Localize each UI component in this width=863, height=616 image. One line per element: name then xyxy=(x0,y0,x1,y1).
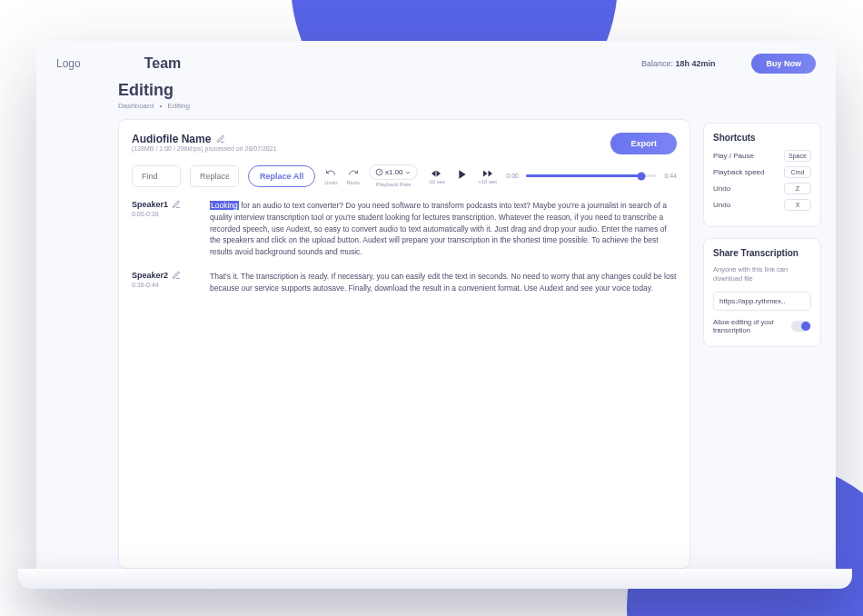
speaker-name[interactable]: Speaker2 xyxy=(132,271,168,280)
segment-timestamp: 0:38-0:44 xyxy=(132,282,186,288)
share-title: Share Transcription xyxy=(713,248,811,258)
transcript-segment: Speaker1 0:00-0:38 Looking for an audio … xyxy=(132,200,677,258)
app-window: Logo Team Balance: 18h 42min Buy Now Edi… xyxy=(36,41,836,580)
undo-button[interactable]: Undo xyxy=(324,167,337,185)
rate-value: x1.00 xyxy=(385,168,403,176)
replace-all-button[interactable]: Replace All xyxy=(248,165,315,187)
shortcuts-title: Shortcuts xyxy=(713,133,811,143)
rewind-10-button[interactable]: -10 sec xyxy=(427,168,445,184)
balance-display: Balance: 18h 42min xyxy=(641,59,716,68)
share-card: Share Transcription Anyone with this lin… xyxy=(703,238,821,347)
page-title: Editing xyxy=(118,81,690,100)
shortcut-label: Undo xyxy=(713,184,730,193)
shortcut-label: Play / Pause xyxy=(713,152,754,160)
play-icon xyxy=(454,167,469,182)
shortcuts-card: Shortcuts Play / Pause Space Playback sp… xyxy=(703,123,821,227)
speaker-name[interactable]: Speaker1 xyxy=(132,200,168,209)
find-input[interactable] xyxy=(132,165,181,187)
shortcut-key: Z xyxy=(784,183,811,194)
shortcut-key: Space xyxy=(784,150,811,162)
search-highlight: Looking xyxy=(210,201,239,210)
segment-text[interactable]: Looking for an audio to text converter? … xyxy=(210,200,677,258)
seek-thumb[interactable] xyxy=(638,172,646,180)
shortcut-row: Playback speed Cmd xyxy=(713,166,811,178)
allow-editing-label: Allow editing of your transcription xyxy=(713,318,786,336)
share-link-input[interactable] xyxy=(713,292,811,311)
shortcut-label: Undo xyxy=(713,201,730,209)
balance-label: Balance: xyxy=(641,59,673,68)
redo-button[interactable]: Redo xyxy=(347,167,360,185)
pencil-icon[interactable] xyxy=(216,134,225,144)
undo-icon xyxy=(325,167,336,178)
shortcut-label: Playback speed xyxy=(713,168,764,176)
shortcut-key: Cmd xyxy=(784,166,811,178)
allow-editing-toggle[interactable] xyxy=(791,321,811,332)
redo-label: Redo xyxy=(347,180,360,185)
undo-label: Undo xyxy=(324,180,337,185)
time-total: 0:44 xyxy=(664,173,677,179)
playback-rate-select[interactable]: x1.00 xyxy=(369,164,419,180)
shortcut-row: Undo Z xyxy=(713,183,811,194)
sidebar: Shortcuts Play / Pause Space Playback sp… xyxy=(703,123,821,569)
buy-now-button[interactable]: Buy Now xyxy=(751,54,816,74)
segment-timestamp: 0:00-0:38 xyxy=(132,211,186,217)
file-meta: (128MB / 1:00 / 298kbps) processed on 28… xyxy=(132,145,277,152)
fast-forward-icon xyxy=(482,168,493,179)
laptop-base-decoration xyxy=(18,569,852,589)
seek-fill xyxy=(526,174,641,177)
rewind-icon xyxy=(431,168,441,179)
transcript-segment: Speaker2 0:38-0:44 That's it. The transc… xyxy=(132,271,677,294)
file-name: Audiofile Name xyxy=(132,133,211,145)
pencil-icon[interactable] xyxy=(172,200,181,209)
seek-slider[interactable] xyxy=(526,174,657,177)
tachometer-icon xyxy=(375,168,383,176)
rate-label: Playback Rate xyxy=(376,182,412,187)
export-button[interactable]: Export xyxy=(610,133,677,154)
main-column: Editing Dashboard • Editing Audiofile Na… xyxy=(118,81,690,569)
redo-icon xyxy=(348,167,359,178)
segment-text[interactable]: That's it. The transcription is ready. I… xyxy=(210,271,677,294)
shortcut-row: Play / Pause Space xyxy=(713,150,811,162)
rewind-label: -10 sec xyxy=(427,179,445,184)
replace-input[interactable] xyxy=(190,165,239,187)
team-title: Team xyxy=(144,55,182,72)
editor-card: Audiofile Name (128MB / 1:00 / 298kbps) … xyxy=(118,119,690,569)
shortcut-key: X xyxy=(784,199,811,211)
shortcut-row: Undo X xyxy=(713,199,811,211)
forward-10-button[interactable]: +10 sec xyxy=(478,168,497,184)
breadcrumb-item: Editing xyxy=(167,102,189,110)
toggle-knob xyxy=(801,322,810,331)
content-area: Editing Dashboard • Editing Audiofile Na… xyxy=(118,81,821,569)
breadcrumb: Dashboard • Editing xyxy=(118,102,690,110)
time-current: 0:00 xyxy=(506,173,519,179)
share-subtitle: Anyone with this link can download file xyxy=(713,265,811,283)
play-button[interactable] xyxy=(454,167,469,185)
chevron-down-icon xyxy=(404,169,412,176)
app-header: Logo Team Balance: 18h 42min Buy Now xyxy=(36,41,836,83)
transcript-list: Speaker1 0:00-0:38 Looking for an audio … xyxy=(132,200,677,293)
logo: Logo xyxy=(56,57,81,70)
balance-value: 18h 42min xyxy=(675,59,715,68)
forward-label: +10 sec xyxy=(478,179,497,184)
breadcrumb-item[interactable]: Dashboard xyxy=(118,102,154,110)
breadcrumb-separator: • xyxy=(159,102,162,110)
pencil-icon[interactable] xyxy=(172,271,181,280)
controls-row: Replace All Undo Redo x1.00 xyxy=(132,164,677,187)
